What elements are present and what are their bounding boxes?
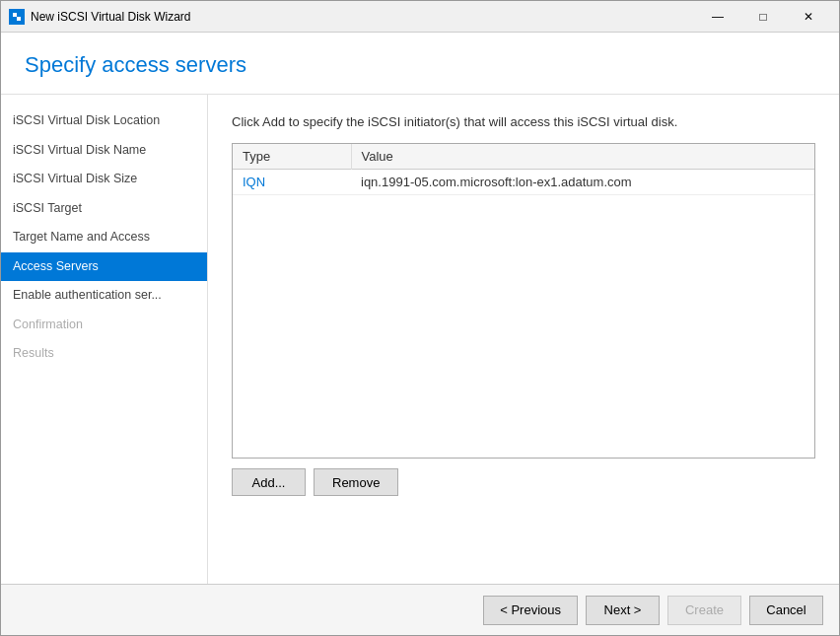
close-button[interactable]: ✕ — [786, 1, 831, 33]
main-panel: Click Add to specify the iSCSI initiator… — [208, 95, 839, 584]
maximize-button[interactable]: □ — [740, 1, 786, 33]
page-header: Specify access servers — [1, 33, 839, 95]
sidebar-item-iscsi-location[interactable]: iSCSI Virtual Disk Location — [1, 106, 207, 136]
sidebar-item-results: Results — [1, 339, 207, 369]
next-button[interactable]: Next > — [586, 596, 660, 625]
window-controls: — □ ✕ — [695, 1, 831, 33]
access-servers-table-container: Type Value IQN iqn.1991-05.com.microsoft… — [232, 143, 815, 459]
cell-value: iqn.1991-05.com.microsoft:lon-ex1.adatum… — [351, 170, 814, 195]
sidebar-item-iscsi-size[interactable]: iSCSI Virtual Disk Size — [1, 165, 207, 194]
access-servers-table: Type Value IQN iqn.1991-05.com.microsoft… — [233, 144, 814, 195]
sidebar: iSCSI Virtual Disk Location iSCSI Virtua… — [1, 95, 208, 584]
minimize-button[interactable]: — — [695, 1, 740, 33]
column-header-value: Value — [351, 144, 814, 170]
sidebar-item-iscsi-target[interactable]: iSCSI Target — [1, 194, 207, 224]
title-bar: New iSCSI Virtual Disk Wizard — □ ✕ — [1, 1, 839, 33]
sidebar-item-access-servers[interactable]: Access Servers — [1, 252, 207, 282]
content-area: iSCSI Virtual Disk Location iSCSI Virtua… — [1, 95, 839, 584]
footer: < Previous Next > Create Cancel — [1, 584, 839, 635]
sidebar-item-confirmation: Confirmation — [1, 311, 207, 340]
create-button[interactable]: Create — [667, 596, 741, 625]
description-text: Click Add to specify the iSCSI initiator… — [232, 114, 815, 129]
add-button[interactable]: Add... — [232, 468, 306, 496]
cell-type[interactable]: IQN — [233, 170, 351, 195]
app-icon — [9, 9, 25, 25]
table-row[interactable]: IQN iqn.1991-05.com.microsoft:lon-ex1.ad… — [233, 170, 814, 195]
sidebar-item-iscsi-name[interactable]: iSCSI Virtual Disk Name — [1, 136, 207, 166]
table-actions: Add... Remove — [232, 468, 815, 496]
previous-button[interactable]: < Previous — [483, 596, 578, 625]
remove-button[interactable]: Remove — [314, 468, 398, 496]
column-header-type: Type — [233, 144, 351, 170]
table-header-row: Type Value — [233, 144, 814, 170]
svg-rect-2 — [17, 17, 21, 21]
sidebar-item-enable-auth[interactable]: Enable authentication ser... — [1, 281, 207, 311]
window-title: New iSCSI Virtual Disk Wizard — [31, 10, 695, 24]
cancel-button[interactable]: Cancel — [749, 596, 823, 625]
page-title: Specify access servers — [25, 52, 815, 78]
sidebar-item-target-name-access[interactable]: Target Name and Access — [1, 223, 207, 252]
main-window: New iSCSI Virtual Disk Wizard — □ ✕ Spec… — [0, 0, 840, 636]
svg-rect-1 — [13, 13, 17, 17]
